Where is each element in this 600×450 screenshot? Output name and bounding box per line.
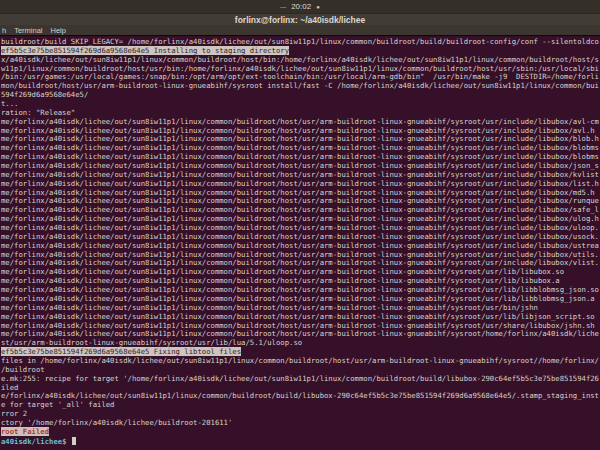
terminal-line: t...	[1, 100, 600, 109]
window-titlebar[interactable]: forlinx@forlinx: ~/a40isdk/lichee	[0, 13, 600, 25]
window-title: forlinx@forlinx: ~/a40isdk/lichee	[235, 15, 365, 25]
terminal[interactable]: buildroot/build SKIP_LEGACY= /home/forli…	[0, 35, 600, 450]
panel-left-indicator-icon[interactable]: —	[280, 4, 286, 10]
terminal-line: a40isdk/lichee$	[1, 437, 600, 446]
menu-item-help[interactable]: Help	[51, 26, 66, 35]
terminal-line: files in /home/forlinx/a40isdk/lichee/ou…	[1, 357, 600, 366]
panel-clock[interactable]: 20:02	[291, 2, 311, 11]
terminal-line: ctory '/home/forlinx/a40isdk/lichee/buil…	[1, 419, 600, 428]
terminal-cursor	[72, 437, 76, 445]
terminal-line: e for target '_all' failed	[1, 401, 600, 410]
terminal-line: 594f269d6a9568e64e5/	[1, 91, 600, 100]
terminal-line: root Failed	[1, 428, 600, 437]
top-panel: — 20:02 ●	[0, 0, 600, 13]
buildroot-status-message: ef5b5c3e75be851594f269d6a9568e64e5 Fixin…	[1, 347, 241, 356]
buildroot-status-message: ef5b5c3e75be851594f269d6a9568e64e5 Insta…	[1, 46, 289, 55]
menu-item-search-partial[interactable]: h	[2, 26, 6, 35]
menu-item-terminal[interactable]: Terminal	[14, 26, 42, 35]
panel-right-indicator-icon[interactable]: ●	[316, 4, 320, 10]
prompt-path: a40isdk/lichee	[1, 437, 62, 446]
build-failed-message: root Failed	[1, 427, 49, 436]
terminal-line: mon/buildroot/host/usr/arm-buildroot-lin…	[1, 82, 600, 91]
prompt-dollar: $	[62, 437, 71, 446]
terminal-line: e.mk:255: recipe for target '/home/forli…	[1, 375, 600, 384]
menu-bar: h Terminal Help	[0, 25, 600, 35]
